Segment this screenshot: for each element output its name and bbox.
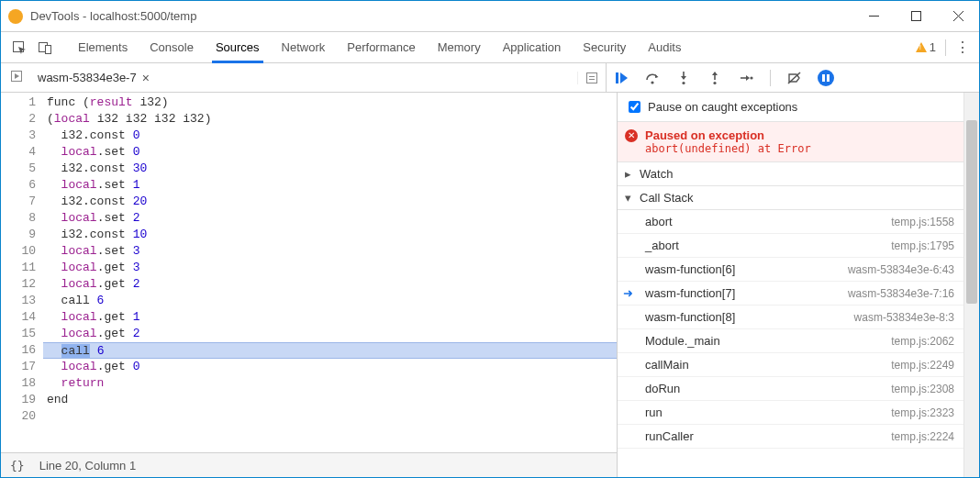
frame-function: _abort xyxy=(645,239,891,252)
warnings-badge[interactable]: 1 xyxy=(916,40,936,54)
tab-memory[interactable]: Memory xyxy=(427,32,492,62)
paused-exception-banner: ✕ Paused on exception abort(undefined) a… xyxy=(618,122,963,162)
frame-location: temp.js:1795 xyxy=(891,239,954,252)
warning-count: 1 xyxy=(930,40,936,54)
tab-security[interactable]: Security xyxy=(572,32,637,62)
toggle-pause-icon[interactable] xyxy=(5,70,28,85)
tab-network[interactable]: Network xyxy=(271,32,337,62)
scrollbar-thumb[interactable] xyxy=(966,120,977,304)
frame-location: temp.js:2249 xyxy=(891,359,954,372)
debugger-toolbar xyxy=(606,63,979,92)
file-tab[interactable]: wasm-53834e3e-7 × xyxy=(28,71,159,85)
svg-rect-0 xyxy=(911,12,920,21)
exception-title: Paused on exception xyxy=(645,128,764,142)
devtools-icon xyxy=(8,9,23,24)
frame-location: temp.js:2224 xyxy=(891,430,954,443)
callstack-frame[interactable]: ➜wasm-function[7]wasm-53834e3e-7:16 xyxy=(618,282,963,306)
tab-application[interactable]: Application xyxy=(492,32,573,62)
window-titlebar: DevTools - localhost:5000/temp xyxy=(1,1,979,31)
callstack-frame[interactable]: _aborttemp.js:1795 xyxy=(618,234,963,258)
svg-point-8 xyxy=(682,81,685,83)
callstack-frame[interactable]: runCallertemp.js:2224 xyxy=(618,425,963,449)
frame-location: temp.js:2308 xyxy=(891,383,954,395)
tab-elements[interactable]: Elements xyxy=(67,32,139,62)
callstack-frame[interactable]: callMaintemp.js:2249 xyxy=(618,353,963,377)
pretty-print-icon[interactable]: {} xyxy=(10,459,25,472)
frame-function: Module._main xyxy=(645,334,891,348)
editor-statusbar: {} Line 20, Column 1 xyxy=(1,452,617,477)
frame-location: temp.js:2323 xyxy=(891,406,954,419)
frame-function: runCaller xyxy=(645,429,891,443)
current-frame-icon: ➜ xyxy=(623,286,633,300)
step-out-button[interactable] xyxy=(706,71,724,85)
window-minimize-button[interactable] xyxy=(852,1,895,31)
watch-section-header[interactable]: ▸ Watch xyxy=(618,162,963,186)
step-over-button[interactable] xyxy=(643,71,662,85)
warning-icon xyxy=(916,42,927,52)
tab-console[interactable]: Console xyxy=(139,32,205,62)
resume-button[interactable] xyxy=(612,71,630,85)
svg-point-7 xyxy=(651,81,653,83)
window-maximize-button[interactable] xyxy=(895,1,937,31)
pause-on-caught-label: Pause on caught exceptions xyxy=(648,100,797,114)
frame-location: temp.js:1558 xyxy=(891,216,954,228)
tab-performance[interactable]: Performance xyxy=(336,32,426,62)
frame-location: wasm-53834e3e-6:43 xyxy=(848,263,954,276)
deactivate-breakpoints-button[interactable] xyxy=(785,71,804,85)
frame-function: wasm-function[8] xyxy=(645,310,854,324)
callstack-frame[interactable]: runtemp.js:2323 xyxy=(618,401,963,425)
frame-location: wasm-53834e3e-8:3 xyxy=(854,311,954,324)
callstack-frame[interactable]: wasm-function[6]wasm-53834e3e-6:43 xyxy=(618,258,963,282)
svg-rect-3 xyxy=(46,45,51,53)
cursor-position: Line 20, Column 1 xyxy=(39,459,137,472)
step-button[interactable] xyxy=(737,71,755,85)
frame-function: doRun xyxy=(645,382,891,395)
callstack-section-label: Call Stack xyxy=(640,191,694,205)
tab-sources[interactable]: Sources xyxy=(205,32,271,62)
chevron-right-icon: ▸ xyxy=(625,167,634,181)
chevron-down-icon: ▾ xyxy=(625,191,634,205)
exception-detail: abort(undefined) at Error xyxy=(645,142,956,155)
step-into-button[interactable] xyxy=(674,71,693,85)
frame-function: wasm-function[7] xyxy=(645,286,848,300)
frame-location: wasm-53834e3e-7:16 xyxy=(848,287,954,300)
frame-location: temp.js:2062 xyxy=(891,335,954,348)
watch-section-label: Watch xyxy=(640,167,673,181)
window-close-button[interactable] xyxy=(937,1,979,31)
callstack-frame[interactable]: Module._maintemp.js:2062 xyxy=(618,329,963,353)
frame-function: abort xyxy=(645,215,891,228)
more-menu-button[interactable]: ⋮ xyxy=(952,39,974,56)
pause-on-caught-checkbox[interactable] xyxy=(629,101,640,113)
pause-on-caught-row[interactable]: Pause on caught exceptions xyxy=(618,93,963,122)
svg-point-10 xyxy=(750,76,752,79)
callstack-frame[interactable]: doRuntemp.js:2308 xyxy=(618,377,963,401)
callstack-frame[interactable]: wasm-function[8]wasm-53834e3e-8:3 xyxy=(618,306,963,329)
callstack-section-header[interactable]: ▾ Call Stack xyxy=(618,186,963,210)
error-icon: ✕ xyxy=(625,129,638,142)
file-tab-name: wasm-53834e3e-7 xyxy=(38,71,137,84)
close-tab-icon[interactable]: × xyxy=(142,71,150,85)
main-tabstrip: ElementsConsoleSourcesNetworkPerformance… xyxy=(1,31,979,63)
svg-point-9 xyxy=(713,81,716,83)
window-title: DevTools - localhost:5000/temp xyxy=(30,9,852,23)
callstack-frame[interactable]: aborttemp.js:1558 xyxy=(618,210,963,234)
svg-rect-5 xyxy=(587,72,597,83)
svg-rect-6 xyxy=(616,72,618,83)
frame-function: wasm-function[6] xyxy=(645,262,848,276)
frame-function: run xyxy=(645,406,891,419)
frame-function: callMain xyxy=(645,358,891,372)
code-editor[interactable]: func (result i32)(local i32 i32 i32 i32)… xyxy=(43,93,617,452)
sidebar-scrollbar[interactable] xyxy=(963,93,979,477)
tab-audits[interactable]: Audits xyxy=(637,32,692,62)
more-tabs-icon[interactable] xyxy=(577,72,606,84)
pause-on-exceptions-button[interactable] xyxy=(817,70,835,86)
line-gutter: 1234567891011121314151617181920 xyxy=(1,93,43,452)
inspect-element-icon[interactable] xyxy=(6,32,32,62)
device-toggle-icon[interactable] xyxy=(32,32,58,62)
